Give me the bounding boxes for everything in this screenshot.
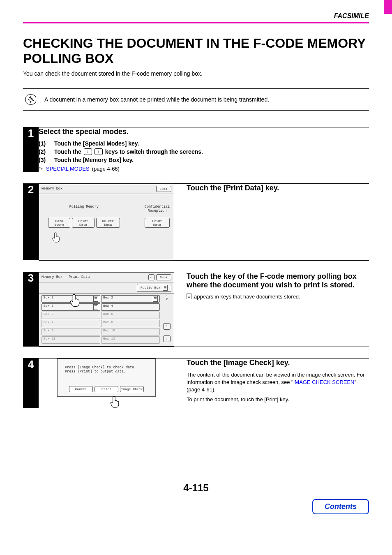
note-icon bbox=[25, 94, 36, 105]
image-check-screen-link[interactable]: IMAGE CHECK SCREEN bbox=[293, 379, 355, 385]
document-icon bbox=[153, 296, 158, 302]
box-key: Box 11 bbox=[42, 336, 100, 344]
screen2-title: Memory Box bbox=[42, 187, 62, 191]
document-icon bbox=[187, 294, 191, 299]
contents-button[interactable]: Contents bbox=[312, 499, 369, 514]
dialog-line-1: Press [Image Check] to check data. bbox=[65, 365, 148, 370]
box-key: Box 10 bbox=[101, 328, 160, 335]
screen-print-data: Memory Box - Print Data ← Back Public Bo… bbox=[39, 272, 174, 347]
step-4-content: Press [Image Check] to check data. Press… bbox=[39, 358, 369, 408]
down-key-icon: ↓ bbox=[84, 148, 92, 155]
step1-sub3-num: (3) bbox=[39, 157, 52, 163]
data-store-button[interactable]: Data Store bbox=[48, 218, 70, 228]
box-key: Box 12 bbox=[101, 336, 160, 344]
box-key: Box 9 bbox=[42, 328, 100, 335]
confidential-reception-label: Confidential Reception bbox=[145, 205, 170, 213]
step-number-2: 2 bbox=[23, 183, 39, 260]
scroll-down-button[interactable]: ↓ bbox=[163, 335, 171, 342]
step1-sub2b: keys to switch through the screens. bbox=[105, 148, 203, 155]
hand-pointer-icon bbox=[51, 232, 60, 243]
scroll-up-button[interactable]: ↑ bbox=[163, 323, 171, 330]
page-number: 4-115 bbox=[23, 482, 369, 494]
screen-memory-box: Memory Box Exit Polling Memory Data Stor… bbox=[39, 184, 174, 260]
step3-desc: appears in keys that have documents stor… bbox=[194, 294, 300, 300]
page-title: CHECKING THE DOCUMENT IN THE F-CODE MEMO… bbox=[23, 36, 369, 66]
step3-title: Touch the key of the F-code memory polli… bbox=[187, 272, 369, 289]
step-number-3: 3 bbox=[23, 272, 39, 347]
print-data-button[interactable]: Print Data bbox=[72, 218, 94, 228]
side-tab bbox=[384, 0, 392, 14]
step1-title: Select the special modes. bbox=[39, 127, 369, 136]
public-box-label: Public Box bbox=[141, 286, 160, 289]
section-header: FACSIMILE bbox=[0, 0, 392, 22]
polling-memory-label: Polling Memory bbox=[69, 205, 99, 213]
back-arrow-button[interactable]: ← bbox=[148, 274, 154, 280]
box-grid: Box 1Box 2Box 3Box 4Box 5Box 6Box 7Box 8… bbox=[42, 294, 160, 344]
ref-tail: (page 4-66) bbox=[92, 166, 120, 172]
step-1-content: Select the special modes. (1) Touch the … bbox=[39, 127, 369, 172]
box-key: Box 5 bbox=[42, 312, 100, 319]
step-number-4: 4 bbox=[23, 358, 39, 408]
cancel-button[interactable]: Cancel bbox=[69, 386, 93, 392]
image-check-button[interactable]: Image Check bbox=[120, 386, 144, 392]
box-key: Box 6 bbox=[101, 312, 160, 319]
document-icon bbox=[163, 285, 168, 291]
exit-button[interactable]: Exit bbox=[156, 186, 171, 192]
box-key: Box 8 bbox=[101, 320, 160, 327]
page-ind-bot: 2 bbox=[166, 298, 168, 301]
step4-title: Touch the [Image Check] key. bbox=[187, 358, 369, 367]
screen-image-check-dialog: Press [Image Check] to check data. Press… bbox=[57, 358, 156, 397]
step-2-content: Memory Box Exit Polling Memory Data Stor… bbox=[39, 183, 369, 260]
step4-p2: To print the document, touch the [Print]… bbox=[187, 396, 369, 403]
box-key[interactable]: Box 2 bbox=[101, 295, 160, 303]
intro-text: You can check the document stored in the… bbox=[23, 70, 369, 77]
step1-sub1-num: (1) bbox=[39, 140, 52, 147]
step1-sub2-num: (2) bbox=[39, 148, 52, 155]
box-key[interactable]: Box 4 bbox=[101, 303, 160, 311]
step-number-1: 1 bbox=[23, 127, 39, 172]
public-box-button[interactable]: Public Box bbox=[137, 284, 171, 292]
box-key: Box 7 bbox=[42, 320, 100, 327]
print-data-button-2[interactable]: Print Data bbox=[145, 218, 170, 228]
up-key-icon: ↑ bbox=[95, 148, 103, 155]
ref-icon: ☞ bbox=[39, 166, 44, 172]
print-button[interactable]: Print bbox=[95, 386, 118, 392]
step1-sub1: Touch the [Special Modes] key. bbox=[54, 140, 139, 147]
note-text: A document in a memory box cannot be pri… bbox=[44, 96, 269, 103]
dialog-line-2: Press [Print] to output data. bbox=[65, 370, 148, 374]
hand-pointer-icon bbox=[69, 294, 81, 308]
delete-data-button[interactable]: Delete Data bbox=[96, 218, 120, 228]
back-button[interactable]: Back bbox=[156, 274, 171, 280]
special-modes-link[interactable]: SPECIAL MODES bbox=[46, 166, 90, 172]
hand-pointer-icon bbox=[109, 395, 120, 408]
step1-sub2a: Touch the bbox=[54, 148, 81, 155]
note-box: A document in a memory box cannot be pri… bbox=[23, 88, 369, 111]
step2-title: Touch the [Print Data] key. bbox=[187, 184, 369, 192]
document-icon bbox=[93, 296, 98, 302]
screen3-title: Memory Box - Print Data bbox=[42, 275, 90, 279]
document-icon bbox=[93, 304, 98, 310]
step1-sub3: Touch the [Memory Box] key. bbox=[54, 157, 134, 163]
step-3-content: Memory Box - Print Data ← Back Public Bo… bbox=[39, 272, 369, 347]
